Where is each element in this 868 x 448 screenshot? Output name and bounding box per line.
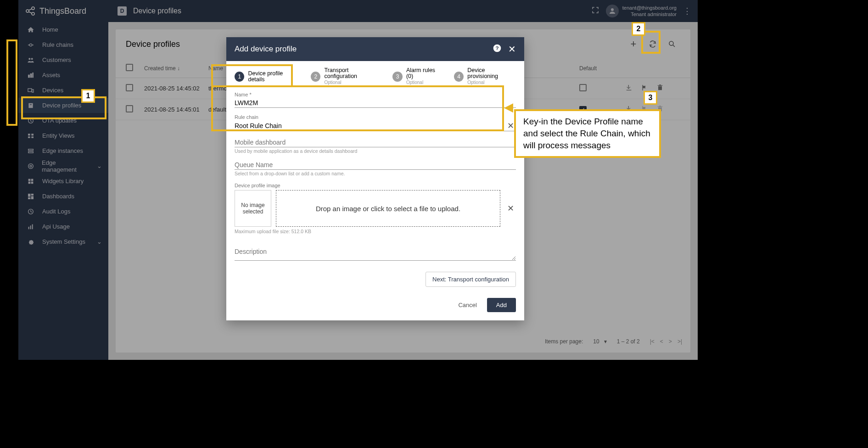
add-button[interactable]: Add (487, 298, 516, 312)
step-1[interactable]: 1Device profile details (235, 71, 300, 83)
step-4[interactable]: 4Device provisioningOptional (454, 67, 516, 85)
step-2[interactable]: 2Transport configurationOptional (311, 67, 381, 85)
mobile-dashboard-input[interactable] (235, 138, 516, 147)
dialog-header: Add device profile ? ✕ (226, 37, 524, 61)
step-label: Transport configuration (324, 67, 357, 79)
annotation-callout: Key-in the Device Profile name and selec… (514, 109, 661, 158)
queue-name-helper: Select from a drop-down list or add a cu… (235, 171, 516, 176)
name-field-label: Name * (235, 92, 516, 97)
rulechain-input[interactable] (235, 121, 505, 130)
step-3[interactable]: 3Alarm rules (0)Optional (392, 67, 442, 85)
step-label: Device provisioning (467, 67, 498, 79)
image-dropzone[interactable]: Drop an image or click to select a file … (276, 190, 500, 227)
annotation-number-2: 2 (632, 22, 645, 36)
mobile-dashboard-helper: Used by mobile application as a device d… (235, 148, 516, 154)
step-label: Alarm rules (0) (406, 67, 435, 79)
step-label: Device profile details (248, 70, 283, 83)
image-max-helper: Maximum upload file size: 512.0 KB (235, 229, 516, 234)
add-device-profile-dialog: Add device profile ? ✕ 1Device profile d… (226, 37, 524, 320)
annotation-number-1: 1 (81, 89, 95, 103)
annotation-number-3: 3 (644, 91, 657, 105)
dialog-title: Add device profile (235, 45, 297, 54)
annotation-arrow-icon: ◀ (504, 100, 513, 114)
rulechain-field-label: Rule chain (235, 114, 516, 120)
queue-name-input[interactable] (235, 160, 516, 170)
next-button[interactable]: Next: Transport configuration (426, 272, 516, 287)
help-icon[interactable]: ? (493, 44, 502, 55)
clear-image-icon[interactable]: ✕ (505, 190, 516, 227)
no-image-box: No image selected (235, 190, 271, 227)
app-frame: ThingsBoard Home Rule chains Customers A… (18, 0, 698, 360)
cancel-button[interactable]: Cancel (452, 298, 483, 312)
name-input[interactable] (235, 98, 516, 108)
annotation-box-side (6, 39, 17, 126)
svg-text:?: ? (495, 45, 498, 51)
description-input[interactable] (235, 247, 516, 261)
stepper: 1Device profile details 2Transport confi… (226, 61, 524, 90)
image-section-label: Device profile image (235, 183, 516, 188)
close-icon[interactable]: ✕ (508, 44, 516, 55)
